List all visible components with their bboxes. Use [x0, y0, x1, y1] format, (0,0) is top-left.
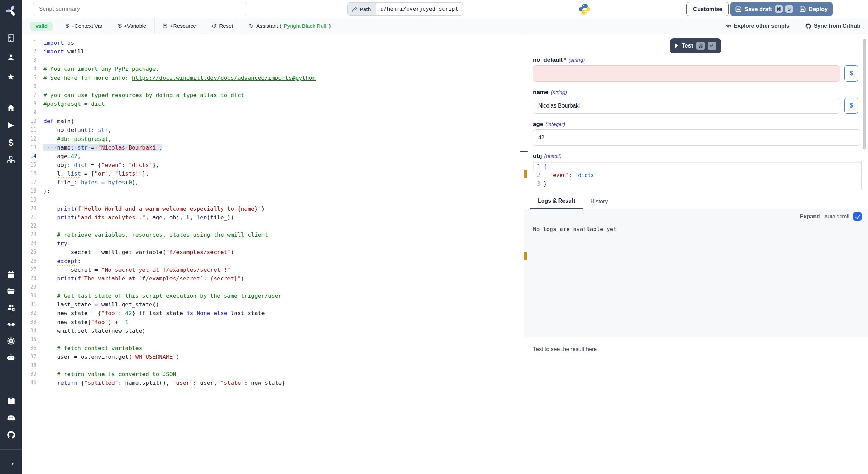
- path-value[interactable]: u/henri/overjoyed_script: [376, 3, 463, 15]
- code-line[interactable]: 30 # Get last state of this script execu…: [22, 291, 524, 300]
- line-number: 11: [22, 126, 41, 134]
- code-line[interactable]: 8#postgresql = dict: [22, 100, 524, 108]
- customise-button[interactable]: Customise: [686, 2, 729, 16]
- user-icon[interactable]: [0, 51, 22, 63]
- sync-from-github-button[interactable]: Sync from Github: [805, 23, 860, 29]
- modified-marker: [524, 252, 527, 260]
- code-line[interactable]: 3: [22, 56, 524, 65]
- code-line[interactable]: 31 last_state = wmill.get_state(): [22, 300, 524, 309]
- panel-resize-handle[interactable]: [520, 151, 528, 152]
- code-line[interactable]: 29: [22, 283, 524, 291]
- add-context-var-button[interactable]: $ +Context Var: [58, 18, 110, 34]
- code-line[interactable]: 27 secret = "No secret yet at f/examples…: [22, 265, 524, 274]
- dollar-icon: $: [118, 23, 121, 29]
- code-lines: 1import os2import wmill34# You can impor…: [22, 39, 524, 388]
- line-number: 38: [22, 361, 41, 370]
- code-line[interactable]: 6: [22, 82, 524, 91]
- workers-users-gear-icon[interactable]: [0, 302, 22, 314]
- code-line[interactable]: 10def main(: [22, 117, 524, 126]
- code-line[interactable]: 36 # fetch context variables: [22, 344, 524, 353]
- ai-robot-icon[interactable]: [0, 352, 22, 364]
- code-line[interactable]: 34 wmill.set_state(new_state): [22, 327, 524, 335]
- code-line[interactable]: 38: [22, 361, 524, 370]
- json-line[interactable]: 3}: [533, 180, 861, 188]
- code-line[interactable]: 20 print(f"Hello World and a warm welcom…: [22, 204, 524, 213]
- code-line[interactable]: 15 obj: dict = {"even": "dicts"},: [22, 161, 524, 169]
- json-line[interactable]: 2 "even": "dicts": [533, 171, 861, 180]
- code-line[interactable]: 40 return {"splitted": name.split(), "us…: [22, 379, 524, 387]
- code-line[interactable]: 1import os: [22, 39, 524, 47]
- save-draft-button[interactable]: Save draft ⌘ S: [730, 2, 798, 16]
- line-number: 15: [22, 161, 41, 169]
- code-line[interactable]: 23 # retrieve variables, resources, stat…: [22, 230, 524, 239]
- code-line[interactable]: 33 new_state["foo"] += 1: [22, 318, 524, 327]
- code-line[interactable]: 19: [22, 196, 524, 204]
- code-line[interactable]: 9: [22, 108, 524, 117]
- line-number: 23: [22, 230, 41, 239]
- tab-history[interactable]: History: [583, 198, 616, 209]
- code-line[interactable]: 26 except:: [22, 257, 524, 265]
- panel-divider[interactable]: [524, 34, 524, 474]
- insert-variable-button[interactable]: $: [844, 65, 858, 82]
- assistant-button[interactable]: ↻ Assistant (Pyright Black Ruff): [241, 18, 339, 34]
- code-line[interactable]: 4# You can import any PyPi package.: [22, 65, 524, 73]
- code-line[interactable]: 24 try:: [22, 239, 524, 248]
- obj-json-editor[interactable]: 1{2 "even": "dicts"3}: [533, 161, 862, 189]
- code-line[interactable]: 25 secret = wmill.get_variable("f/exampl…: [22, 248, 524, 256]
- settings-gear-icon[interactable]: [0, 335, 22, 347]
- favorites-star-icon[interactable]: ★: [0, 71, 22, 83]
- enter-key-badge: ↵: [708, 42, 716, 50]
- autoscroll-checkbox[interactable]: [853, 212, 862, 221]
- code-line[interactable]: 11 no_default: str,: [22, 126, 524, 134]
- cmd-key-badge: ⌘: [696, 42, 705, 50]
- expand-button[interactable]: Expand: [800, 213, 820, 220]
- windmill-logo-icon[interactable]: [0, 3, 22, 19]
- path-field[interactable]: Path u/henri/overjoyed_script: [347, 2, 463, 16]
- code-line[interactable]: 39 # return value is converted to JSON: [22, 370, 524, 379]
- home-icon[interactable]: [0, 102, 22, 113]
- code-line[interactable]: 14 age=42,: [22, 152, 524, 161]
- deploy-button[interactable]: Deploy: [794, 2, 833, 16]
- code-line[interactable]: 12 #db: postgresql,: [22, 135, 524, 143]
- code-line[interactable]: 22: [22, 222, 524, 230]
- no-default-input[interactable]: [533, 65, 840, 82]
- code-line[interactable]: 28 print(f"The variable at `f/examples/s…: [22, 274, 524, 283]
- code-line[interactable]: 18):: [22, 187, 524, 195]
- code-line[interactable]: 2import wmill: [22, 47, 524, 56]
- folders-icon[interactable]: [0, 285, 22, 297]
- resources-cubes-icon[interactable]: [0, 154, 22, 166]
- github-icon[interactable]: [0, 429, 22, 441]
- code-line[interactable]: 17 file_: bytes = bytes(0),: [22, 178, 524, 187]
- line-number: 29: [22, 283, 41, 291]
- variables-dollar-icon[interactable]: $: [0, 137, 22, 149]
- workspace-icon[interactable]: [0, 32, 22, 44]
- code-editor[interactable]: 1import os2import wmill34# You can impor…: [22, 34, 524, 474]
- code-line[interactable]: 21 print("and its acolytes..", age, obj,…: [22, 213, 524, 222]
- schedules-calendar-icon[interactable]: [0, 269, 22, 280]
- age-input[interactable]: [533, 129, 860, 146]
- test-button[interactable]: Test ⌘ ↵: [670, 38, 721, 53]
- explore-other-scripts-button[interactable]: Explore other scripts: [725, 23, 790, 29]
- code-line[interactable]: 32 new_state = {"foo": 42} if last_state…: [22, 309, 524, 318]
- insert-variable-button[interactable]: $: [844, 98, 858, 114]
- discord-icon[interactable]: [0, 412, 22, 424]
- audit-logs-eye-icon[interactable]: [0, 319, 22, 330]
- add-resource-button[interactable]: +Resource: [155, 18, 204, 34]
- code-line[interactable]: 5# See here for more info: https://docs.…: [22, 74, 524, 82]
- refresh-icon: ↻: [249, 23, 254, 30]
- code-line[interactable]: 37 user = os.environ.get("WM_USERNAME"): [22, 353, 524, 361]
- runs-play-icon[interactable]: ▶: [0, 119, 22, 131]
- script-summary-input[interactable]: [33, 2, 247, 16]
- reset-button[interactable]: ↺ Reset: [204, 18, 241, 34]
- docs-book-icon[interactable]: [0, 396, 22, 407]
- json-line[interactable]: 1{: [533, 162, 861, 171]
- code-line[interactable]: 16 l: list = ["or", "lists!"],: [22, 169, 524, 178]
- code-line[interactable]: 35: [22, 335, 524, 344]
- scrollbar-thumb[interactable]: [863, 39, 866, 149]
- name-input[interactable]: [533, 98, 840, 114]
- add-variable-button[interactable]: $ +Variable: [110, 18, 154, 34]
- code-line[interactable]: 7# you can use typed resources by doing …: [22, 91, 524, 100]
- expand-sidebar-arrow-icon[interactable]: →: [0, 456, 22, 468]
- tab-logs-result[interactable]: Logs & Result: [530, 198, 583, 209]
- code-line[interactable]: 13····name:·str·=·"Nicolas·Bourbaki",: [22, 143, 524, 152]
